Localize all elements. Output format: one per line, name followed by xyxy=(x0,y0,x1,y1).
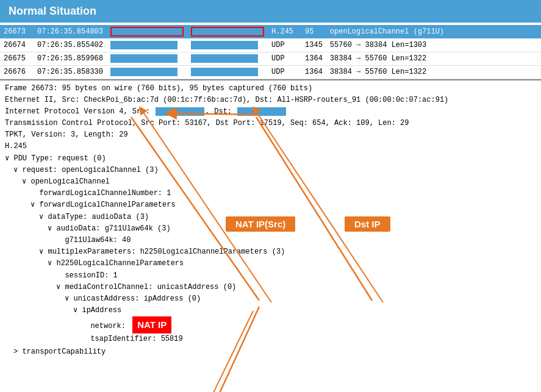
tree-item[interactable]: ∨ unicastAddress: ipAddress (0) xyxy=(5,293,536,305)
tree-item: sessionID: 1 xyxy=(5,270,536,282)
title-bar: Normal Situation xyxy=(0,0,541,23)
src-ip-field xyxy=(156,107,204,116)
table-row[interactable]: 26674 07:26:35.855402 UDP 1345 55760 → 3… xyxy=(0,38,541,52)
tree-item[interactable]: ∨ h2250LogicalChannelParameters xyxy=(5,258,536,269)
packet-src xyxy=(107,38,187,52)
packet-time: 07:26:35.855402 xyxy=(34,38,107,52)
dst-red-box xyxy=(191,27,264,37)
packet-src xyxy=(107,65,187,79)
tpkt-line: TPKT, Version: 3, Length: 29 xyxy=(5,129,536,141)
packet-len: 95 xyxy=(301,25,326,38)
ip-line: Internet Protocol Version 4, Src: , Dst: xyxy=(5,106,536,118)
table-row[interactable]: 26676 07:26:35.858330 UDP 1364 38384 → 5… xyxy=(0,65,541,79)
packet-dst xyxy=(187,38,268,52)
packet-info: openLogicalChannel (g711U) xyxy=(326,25,541,38)
tree-item[interactable]: ∨ PDU Type: request (0) xyxy=(5,153,536,165)
packet-proto: UDP xyxy=(268,38,301,52)
packet-len: 1364 xyxy=(301,52,326,65)
tcp-line: Transmission Control Protocol, Src Port:… xyxy=(5,118,536,129)
network-row: network: NAT IP xyxy=(5,316,536,333)
dst-ip-label: Dst IP xyxy=(345,216,390,232)
h245-line: H.245 xyxy=(5,141,536,152)
packet-time: 07:26:35.854803 xyxy=(34,25,107,38)
nat-ip-src-label: NAT IP(Src) xyxy=(226,216,295,232)
packet-proto: H.245 xyxy=(268,25,301,38)
frame-line: Frame 26673: 95 bytes on wire (760 bits)… xyxy=(5,83,536,94)
packet-table: 26673 07:26:35.854803 H.245 95 openLogic… xyxy=(0,25,541,79)
packet-time: 07:26:35.859968 xyxy=(34,52,107,65)
tree-item[interactable]: ∨ mediaControlChannel: unicastAddress (0… xyxy=(5,282,536,293)
tree-item: tsapIdentifier: 55819 xyxy=(5,333,536,345)
packet-proto: UDP xyxy=(268,52,301,65)
packet-proto: UDP xyxy=(268,65,301,79)
tree-item[interactable]: ∨ multiplexParameters: h2250LogicalChann… xyxy=(5,246,536,258)
tree-item: forwardLogicalChannelNumber: 1 xyxy=(5,188,536,199)
tree-item[interactable]: ∨ forwardLogicalChannelParameters xyxy=(5,199,536,211)
table-row[interactable]: 26675 07:26:35.859968 UDP 1364 38384 → 5… xyxy=(0,52,541,65)
packet-info: 38384 → 55760 Len=1322 xyxy=(326,52,541,65)
dst-ip-field xyxy=(237,107,286,116)
packet-info: 38384 → 55760 Len=1322 xyxy=(326,65,541,79)
src-red-box xyxy=(110,27,184,37)
packet-no: 26674 xyxy=(0,38,34,52)
packet-dst xyxy=(187,25,268,38)
packet-no: 26673 xyxy=(0,25,34,38)
nat-ip-highlight: NAT IP xyxy=(132,316,171,333)
packet-dst xyxy=(187,65,268,79)
packet-detail-wrapper: Frame 26673: 95 bytes on wire (760 bits)… xyxy=(0,79,541,361)
packet-len: 1364 xyxy=(301,65,326,79)
title-text: Normal Situation xyxy=(9,5,96,17)
tree-item[interactable]: ∨ openLogicalChannel xyxy=(5,176,536,188)
tree-item[interactable]: > transportCapability xyxy=(5,346,536,358)
packet-dst xyxy=(187,52,268,65)
packet-no: 26675 xyxy=(0,52,34,65)
tree-item[interactable]: ∨ request: openLogicalChannel (3) xyxy=(5,165,536,176)
packet-src xyxy=(107,52,187,65)
packet-time: 07:26:35.858330 xyxy=(34,65,107,79)
packet-info: 55760 → 38384 Len=1303 xyxy=(326,38,541,52)
tree-item: g711Ulaw64k: 40 xyxy=(5,235,536,246)
packet-src xyxy=(107,25,187,38)
tree-item[interactable]: ∨ ipAddress xyxy=(5,305,536,316)
packet-no: 26676 xyxy=(0,65,34,79)
eth-line: Ethernet II, Src: CheckPoi_6b:ac:7d (00:… xyxy=(5,94,536,106)
packet-len: 1345 xyxy=(301,38,326,52)
table-row[interactable]: 26673 07:26:35.854803 H.245 95 openLogic… xyxy=(0,25,541,38)
